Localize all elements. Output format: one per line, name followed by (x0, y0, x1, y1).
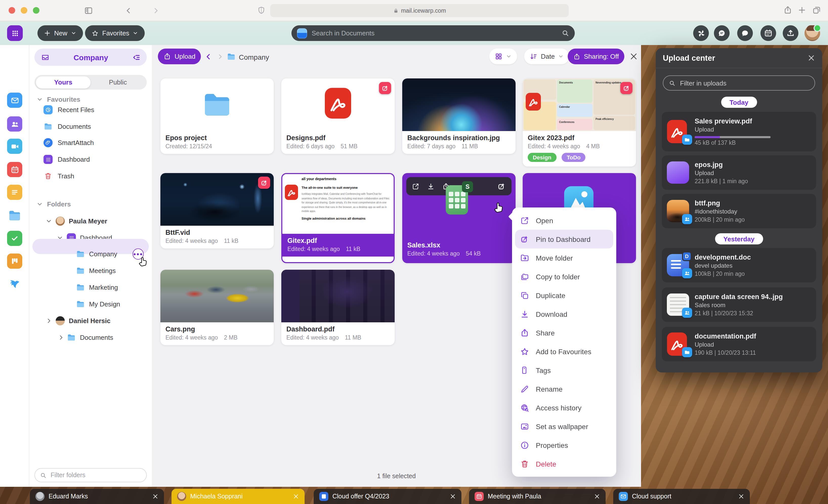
address-bar[interactable]: mail.icewarp.com (270, 4, 569, 17)
upload-filter-input[interactable] (680, 79, 809, 87)
privacy-shield-icon[interactable] (257, 6, 265, 15)
chat-tab-eduard-marks[interactable]: Eduard Marks (30, 489, 164, 504)
menu-item-set-as-wallpaper[interactable]: Set as wallpaper (515, 417, 613, 436)
upload-item-documentation-pdf[interactable]: documentation.pdf Upload 190 kB | 10/20/… (662, 327, 816, 361)
rail-bird-icon[interactable] (7, 277, 22, 292)
tree-item-paula-meyer[interactable]: Paula Meyer (32, 214, 149, 229)
menu-item-properties[interactable]: Properties (515, 436, 613, 454)
search-input[interactable] (312, 29, 557, 37)
file-tile-gitex-pdf-selected[interactable]: all your departments The all-in-one suit… (281, 173, 395, 263)
new-button[interactable]: New (37, 25, 83, 41)
close-icon[interactable] (450, 493, 456, 499)
menu-item-copy-to-folder[interactable]: Copy to folder (515, 267, 613, 286)
tree-item-daniel-hersic[interactable]: Daniel Hersic (32, 313, 149, 328)
file-tile-sales-xlsx-selected[interactable]: S Sales.xlsx Edited: 4 weeks ago54 kB (402, 173, 515, 263)
rail-calendar-icon[interactable] (7, 162, 22, 177)
tag-todo[interactable]: ToDo (562, 153, 586, 162)
close-icon[interactable] (738, 493, 744, 499)
calendar-button[interactable] (760, 25, 776, 41)
sharing-toggle-button[interactable]: Sharing: Off (568, 49, 624, 64)
chat-tab-michaela-sopprani-active[interactable]: Michaela Sopprani (171, 489, 304, 504)
upload-filter[interactable] (663, 75, 815, 91)
close-icon[interactable] (152, 493, 158, 499)
tab-yours[interactable]: Yours (36, 76, 91, 88)
window-close-button[interactable] (9, 7, 15, 14)
close-view-icon[interactable] (629, 52, 638, 61)
rail-notes-icon[interactable] (7, 185, 22, 200)
menu-item-delete[interactable]: Delete (515, 454, 613, 473)
tree-item-company-selected[interactable]: Company ●●● (32, 246, 149, 262)
icewarp-apps-button[interactable] (693, 25, 709, 41)
window-minimize-button[interactable] (21, 7, 27, 14)
sidebar-header[interactable]: Company (34, 49, 147, 66)
tag-design[interactable]: Design (528, 153, 556, 162)
sidebar-item-trash[interactable]: Trash (32, 169, 149, 184)
meeting-tab-paula[interactable]: Meeting with Paula (469, 489, 606, 504)
menu-item-pin-to-dashboard[interactable]: Pin to Dashboard (515, 230, 613, 248)
sidebar-item-dashboard[interactable]: Dashboard (32, 152, 149, 167)
app-launcher-button[interactable] (7, 25, 23, 41)
rail-contacts-icon[interactable] (7, 116, 22, 132)
menu-item-move-folder[interactable]: Move folder (515, 248, 613, 267)
view-mode-button[interactable] (489, 49, 517, 64)
rail-meetings-icon[interactable] (7, 139, 22, 154)
folders-section-header[interactable]: Folders (36, 200, 71, 208)
close-icon[interactable] (808, 54, 815, 62)
upload-item-epos-jpg[interactable]: epos.jpg Upload 221.8 kB | 1 min ago (662, 155, 816, 190)
pin-icon[interactable] (497, 182, 506, 191)
tree-item-documents[interactable]: Documents (32, 330, 149, 345)
back-icon[interactable] (124, 7, 132, 15)
folder-filter[interactable] (34, 468, 147, 482)
collapse-sidebar-icon[interactable] (132, 53, 141, 61)
doc-tab-cloud-offer[interactable]: Cloud offer Q4/2023 (314, 489, 461, 504)
close-icon[interactable] (594, 493, 600, 499)
new-tab-icon[interactable] (798, 6, 806, 14)
file-tile-gitex-2023-pdf[interactable]: Documents Neverending updates Peak effic… (523, 78, 636, 166)
rail-documents-icon[interactable] (7, 208, 22, 223)
tab-overview-icon[interactable] (812, 6, 821, 15)
menu-item-rename[interactable]: Rename (515, 380, 613, 398)
rail-mail-icon[interactable] (7, 93, 22, 108)
upload-item-capture-data[interactable]: capture data screen 94..jpg Sales room 2… (662, 287, 816, 322)
upload-item-development-doc[interactable]: D development.doc devel updates 100kB | … (662, 248, 816, 282)
download-icon[interactable] (427, 182, 434, 190)
sort-button[interactable]: Date (524, 49, 570, 64)
sidebar-item-recent-files[interactable]: Recent Files (32, 102, 149, 117)
menu-item-add-to-favourites[interactable]: Add to Favourites (515, 342, 613, 361)
window-zoom-button[interactable] (33, 7, 39, 14)
upload-center-button[interactable] (783, 25, 798, 41)
global-search[interactable] (291, 25, 575, 41)
teamchat-button[interactable] (714, 25, 730, 41)
file-tile-epos-project[interactable]: Epos project Created: 12/15/24 (160, 78, 274, 154)
mail-tab-cloud-support[interactable]: Cloud support (613, 489, 750, 504)
favorites-button[interactable]: Favorites (85, 25, 145, 41)
user-avatar[interactable] (804, 25, 820, 41)
file-tile-designs-pdf[interactable]: Designs.pdf Edited: 6 days ago51 MB (281, 78, 395, 154)
menu-item-share[interactable]: Share (515, 323, 613, 342)
menu-item-download[interactable]: Download (515, 305, 613, 323)
menu-item-open[interactable]: Open (515, 211, 613, 230)
forward-icon[interactable] (152, 7, 160, 15)
menu-item-tags[interactable]: Tags (515, 361, 613, 380)
close-icon[interactable] (293, 493, 299, 499)
file-tile-cars-png[interactable]: Cars.png Edited: 4 weeks ago2 MB (160, 270, 274, 345)
tree-item-my-design[interactable]: My Design (32, 297, 149, 312)
breadcrumb-back-icon[interactable] (204, 53, 212, 61)
sidebar-item-smartattach[interactable]: SmartAttach (32, 135, 149, 150)
rail-board-icon[interactable] (7, 254, 22, 269)
file-tile-bttf-vid[interactable]: BttF.vid Edited: 4 weeks ago11 kB (160, 173, 274, 248)
tree-item-meetings[interactable]: Meetings (32, 263, 149, 278)
upload-item-sales-preview[interactable]: Sales preview.pdf Upload 45 kB of 137 kB (662, 112, 816, 151)
upload-button[interactable]: Upload (158, 49, 201, 64)
sidebar-item-documents[interactable]: Documents (32, 119, 149, 134)
open-icon[interactable] (412, 182, 419, 190)
breadcrumb[interactable]: Company (239, 53, 269, 61)
tree-item-marketing[interactable]: Marketing (32, 280, 149, 295)
folder-filter-input[interactable] (51, 472, 141, 479)
menu-item-access-history[interactable]: Access history (515, 398, 613, 417)
rail-tasks-icon[interactable] (7, 231, 22, 246)
upload-item-bttf-png[interactable]: bttf.png #idonethistoday 200kB | 20 min … (662, 194, 816, 228)
tab-public[interactable]: Public (91, 78, 145, 86)
chat-button[interactable] (737, 25, 753, 41)
sidebar-toggle-icon[interactable] (84, 6, 93, 15)
